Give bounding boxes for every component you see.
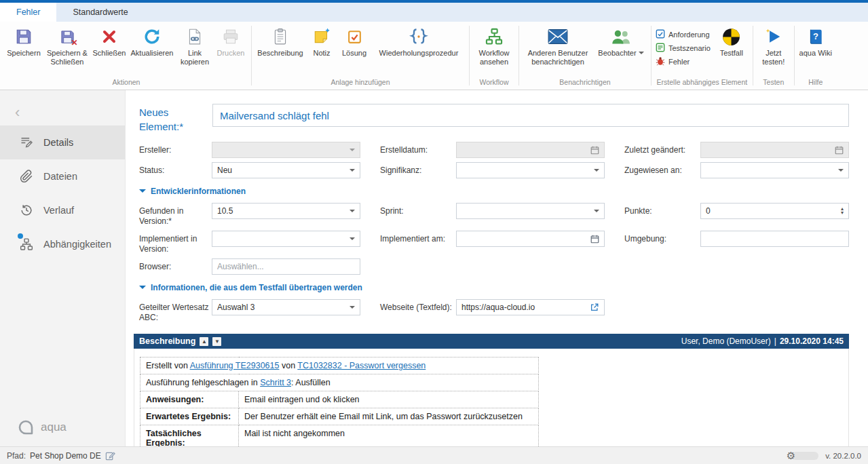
ribbon-group-hilfe: ? aqua Wiki Hilfe [795,22,837,90]
wiederholungsprozedur-button[interactable]: Wiederholungsprozedur [371,24,466,60]
section-entwicklerinformationen[interactable]: Entwicklerinformationen [139,187,849,196]
calendar-icon [590,146,599,155]
link-kopieren-button[interactable]: Link kopieren [176,24,213,68]
sidebar-item-label: Dateien [43,171,77,182]
attachment-icon [19,170,34,183]
group-label: Hilfe [795,77,837,90]
aqua-wiki-button[interactable]: ? aqua Wiki [797,24,834,60]
execution-link[interactable]: Ausführung TE2930615 [190,361,280,370]
punkte-stepper[interactable]: 0 ▴ ▾ [700,203,849,219]
table-row: Erstellt von Ausführung TE2930615 von TC… [140,357,539,374]
pfad-label: Pfad: [7,451,26,461]
jetzt-testen-button[interactable]: Jetzt testen! [756,24,791,68]
ersteller-combobox [212,142,360,158]
pin-icon[interactable]: ▼ [212,337,221,346]
button-label: Aktualisieren [131,49,174,58]
gefunden-in-version-combobox[interactable]: 10.5 [212,203,360,219]
chevron-down-icon [139,286,146,292]
dependencies-icon [19,237,34,251]
speichern-schliessen-button[interactable]: ✕ Speichern & Schließen [43,24,91,68]
button-label: Anforderung [668,31,710,39]
benutzer-benachrichtigen-button[interactable]: Anderen Benutzer benachrichtigen [522,24,594,68]
speichern-button[interactable]: Speichern [4,24,43,60]
schliessen-button[interactable]: Schließen [91,24,128,60]
beobachter-button[interactable]: Beobachter [594,24,648,60]
chevron-down-icon [594,210,599,215]
title-input[interactable] [212,104,849,127]
beschreibung-button[interactable]: Beschreibung [254,24,306,60]
webseite-label: Webseite (Textfeld): [380,299,456,313]
button-label: Jetzt testen! [757,49,791,66]
pfad-value: Pet Shop Demo DE [30,451,101,461]
umgebung-input[interactable] [706,234,844,244]
sidebar: ‹ Details Dateien Verlauf [0,90,126,446]
beschreibung-meta: User, Demo (DemoUser) | 29.10.2020 14:45 [681,336,844,346]
sidebar-item-verlauf[interactable]: Verlauf [0,193,125,227]
move-up-icon[interactable]: ▲ [200,337,208,346]
browser-input[interactable] [217,262,355,271]
erwartetes-ergebnis-value: Der Benutzer erhält eine Email mit Link,… [239,408,539,425]
table-row: Ausführung fehlgeschlagen in Schritt 3: … [140,374,539,391]
erstelldatum-datepicker [456,142,605,158]
edit-path-icon[interactable] [105,450,115,461]
sprint-combobox[interactable] [456,203,605,219]
solution-icon [346,26,363,47]
requirement-icon [656,29,665,40]
button-label: Drucken [217,49,245,58]
punkte-label: Punkte: [624,203,700,216]
button-label: Lösung [342,49,366,58]
settings-control[interactable]: ⚙ [787,450,818,462]
external-link-icon[interactable] [590,303,599,312]
spin-down-icon[interactable]: ▾ [841,211,844,215]
umgebung-field[interactable] [700,231,849,247]
notiz-button[interactable]: Notiz [306,24,337,60]
aqua-logo: aqua [18,419,67,436]
geteilter-wertesatz-label: Geteilter Wertesatz ABC: [139,299,212,323]
zugewiesen-an-combobox[interactable] [700,162,849,178]
testfall-button[interactable]: Testfall [713,24,750,60]
sidebar-item-details[interactable]: Details [0,125,125,159]
workflow-ansehen-button[interactable]: Workflow ansehen [472,24,516,68]
beschreibung-panel-header: Beschreibung ▲ ▼ User, Demo (DemoUser) |… [134,334,849,349]
fehler-button[interactable]: Fehler [656,56,711,67]
erstelldatum-label: Erstelldatum: [380,142,456,155]
chevron-down-icon [350,149,355,154]
sidebar-item-abhaengigkeiten[interactable]: Abhängigkeiten [0,227,125,261]
button-label: Beschreibung [257,49,303,58]
tab-standardwerte[interactable]: Standardwerte [56,3,144,22]
loesung-button[interactable]: Lösung [337,24,371,60]
implementiert-am-label: Implementiert am: [380,231,456,244]
beschreibung-title: Beschreibung [139,336,195,346]
signifikanz-combobox[interactable] [456,162,605,178]
testszenario-button[interactable]: Testszenario [656,43,711,54]
geteilter-wertesatz-combobox[interactable]: Auswahl 3 [212,299,360,315]
calendar-icon[interactable] [590,235,599,244]
anforderung-button[interactable]: Anforderung [656,29,711,40]
workflow-icon [485,26,504,47]
settings-gear-icon[interactable]: ⚙ [787,450,795,462]
envelope-icon [548,26,568,47]
chevron-down-icon [594,169,599,174]
webseite-input[interactable] [461,303,590,312]
sidebar-item-dateien[interactable]: Dateien [0,159,125,193]
aktualisieren-button[interactable]: Aktualisieren [128,24,176,60]
implementiert-am-datepicker[interactable] [456,231,605,247]
zugewiesen-an-label: Zugewiesen an: [624,162,700,176]
browser-field[interactable] [212,258,360,275]
status-label: Status: [139,162,212,176]
erwartetes-ergebnis-label: Erwartetes Ergebnis: [140,408,239,425]
implementiert-in-version-combobox[interactable] [212,231,360,247]
button-label: aqua Wiki [799,49,832,58]
testcase-icon [722,26,740,47]
ribbon-group-testen: Jetzt testen! Testen [753,22,794,90]
section-testfall-informationen[interactable]: Informationen, die aus dem Testfall über… [139,283,849,292]
detail-form: Neues Element:* Ersteller: Erstelldatum:… [126,90,868,446]
webseite-field[interactable] [456,299,605,315]
status-combobox[interactable]: Neu [212,162,360,178]
testcase-link[interactable]: TC1032832 - Passwort vergessen [297,361,426,370]
anweisungen-value: Email eintragen und ok klicken [239,391,539,408]
zuletzt-geaendert-label: Zuletzt geändert: [624,142,700,155]
tab-fehler[interactable]: Fehler [0,3,56,22]
step-link[interactable]: Schritt 3 [260,378,291,387]
sidebar-collapse-button[interactable]: ‹ [15,105,20,120]
